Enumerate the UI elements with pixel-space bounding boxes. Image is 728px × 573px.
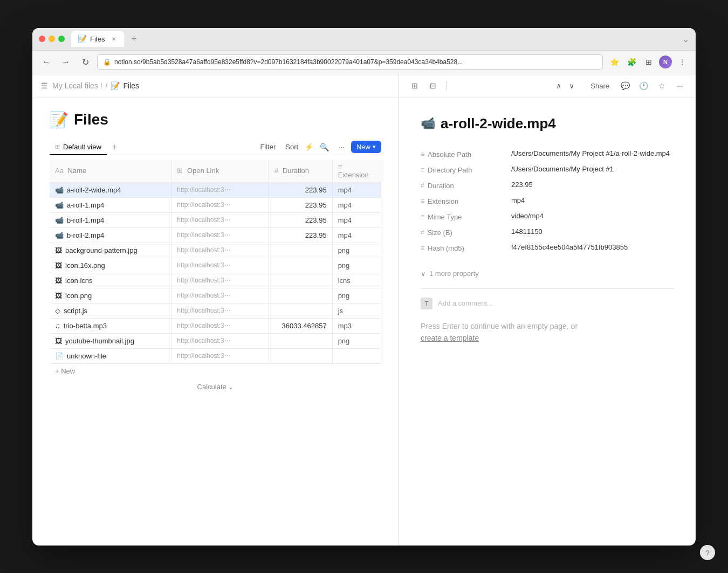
address-bar[interactable]: 🔒 notion.so/9b5ab5d3528a47a6affd95e832e5… xyxy=(97,54,603,70)
comment-placeholder[interactable]: Add a comment... xyxy=(438,299,493,307)
add-row-button[interactable]: + New xyxy=(50,364,381,378)
table-row[interactable]: 📹a-roll-1.mp4http://localhost:3⋯223.95mp… xyxy=(50,197,381,212)
cell-name[interactable]: 🖼background-pattern.jpg xyxy=(50,243,171,258)
more-properties-toggle[interactable]: ∨ 1 more property xyxy=(421,267,674,280)
cell-link[interactable]: http://localhost:3⋯ xyxy=(171,273,269,288)
tab-bar: 📝 Files ✕ + xyxy=(71,31,682,47)
table-row[interactable]: 🖼icon.16x.pnghttp://localhost:3⋯png xyxy=(50,258,381,273)
search-icon[interactable]: 🔍 xyxy=(317,141,332,153)
profile-avatar[interactable]: N xyxy=(659,56,672,68)
property-value-abs-path[interactable]: /Users/Documents/My Project #1/a-roll-2-… xyxy=(511,149,674,157)
maximize-button[interactable] xyxy=(58,36,65,42)
expand-panels-icon[interactable]: ⊞ xyxy=(408,79,422,93)
property-value-mime-type[interactable]: video/mp4 xyxy=(511,212,674,220)
cell-link[interactable]: http://localhost:3⋯ xyxy=(171,197,269,212)
view-tabs: ⊞ Default view + xyxy=(50,140,120,155)
table-header-row: Aa Name ⊞ Open Link # Duration xyxy=(50,160,381,183)
property-value-duration[interactable]: 223.95 xyxy=(511,181,674,189)
table-row[interactable]: 📄unknown-filehttp://localhost:3⋯ xyxy=(50,348,381,363)
cell-link[interactable]: http://localhost:3⋯ xyxy=(171,333,269,348)
menu-icon[interactable]: ⋮ xyxy=(675,55,689,69)
share-button[interactable]: Share xyxy=(586,80,614,92)
comment-input[interactable]: T Add a comment... xyxy=(421,298,674,309)
cell-name[interactable]: 🖼icon.icns xyxy=(50,273,171,288)
extensions-icon[interactable]: 🧩 xyxy=(624,55,638,69)
forward-button[interactable]: → xyxy=(58,54,73,70)
more-options-icon[interactable]: ··· xyxy=(673,79,687,93)
add-view-button[interactable]: + xyxy=(109,140,120,154)
property-row-hash: ≡Hash (md5)f47ef8155c4ee504a5f47751fb903… xyxy=(421,241,674,254)
property-row-size: #Size (B)14811150 xyxy=(421,225,674,239)
table-row[interactable]: 📹a-roll-2-wide.mp4http://localhost:3⋯223… xyxy=(50,182,381,197)
help-button[interactable]: ? xyxy=(700,545,715,560)
new-tab-button[interactable]: + xyxy=(126,31,141,46)
cell-link[interactable]: http://localhost:3⋯ xyxy=(171,182,269,197)
nav-down-button[interactable]: ∨ xyxy=(566,80,578,92)
cell-name[interactable]: ♫trio-betta.mp3 xyxy=(50,318,171,333)
new-button[interactable]: New ▾ xyxy=(351,141,381,153)
column-header-extension[interactable]: ≡ Extension xyxy=(332,160,381,183)
page-title-row: 📝 Files xyxy=(50,111,381,129)
filter-button[interactable]: Filter xyxy=(257,141,279,153)
table-row[interactable]: ◇script.jshttp://localhost:3⋯js xyxy=(50,303,381,318)
create-template-link[interactable]: create a template xyxy=(421,334,479,342)
breadcrumb-parent[interactable]: My Local files ! xyxy=(52,81,102,90)
cell-name[interactable]: 📹b-roll-1.mp4 xyxy=(50,212,171,227)
tab-close-button[interactable]: ✕ xyxy=(110,35,118,43)
table-row[interactable]: 🖼icon.icnshttp://localhost:3⋯icns xyxy=(50,273,381,288)
table-row[interactable]: 📹b-roll-1.mp4http://localhost:3⋯223.95mp… xyxy=(50,212,381,227)
cell-name[interactable]: 🖼icon.png xyxy=(50,288,171,303)
table-row[interactable]: 📹b-roll-2.mp4http://localhost:3⋯223.95mp… xyxy=(50,227,381,243)
bookmark-icon[interactable]: ⭐ xyxy=(607,55,621,69)
cell-name[interactable]: 🖼icon.16x.png xyxy=(50,258,171,273)
cell-link[interactable]: http://localhost:3⋯ xyxy=(171,288,269,303)
detail-file-icon: 📹 xyxy=(421,116,435,130)
cell-name[interactable]: 📹a-roll-1.mp4 xyxy=(50,197,171,212)
property-value-hash[interactable]: f47ef8155c4ee504a5f47751fb903855 xyxy=(511,243,674,251)
back-button[interactable]: ← xyxy=(39,54,54,70)
more-properties-chevron: ∨ xyxy=(421,270,426,278)
history-icon[interactable]: 🕐 xyxy=(636,79,650,93)
property-value-dir-path[interactable]: /Users/Documents/My Project #1 xyxy=(511,165,674,173)
cell-link[interactable]: http://localhost:3⋯ xyxy=(171,258,269,273)
close-button[interactable] xyxy=(39,36,45,42)
sidebar-toggle-icon[interactable]: ⊡ xyxy=(426,79,440,93)
more-properties-label: 1 more property xyxy=(429,270,479,278)
column-header-name[interactable]: Aa Name xyxy=(50,160,171,183)
cell-link[interactable]: http://localhost:3⋯ xyxy=(171,227,269,243)
hamburger-icon[interactable]: ☰ xyxy=(41,81,48,90)
calculate-button[interactable]: Calculate ⌄ xyxy=(50,378,381,395)
expand-icon[interactable]: ⌄ xyxy=(682,34,689,44)
properties-section: ≡Absolute Path/Users/Documents/My Projec… xyxy=(421,147,674,254)
cell-name[interactable]: 📹b-roll-2.mp4 xyxy=(50,227,171,243)
minimize-button[interactable] xyxy=(49,36,55,42)
bolt-icon[interactable]: ⚡ xyxy=(305,143,313,151)
refresh-button[interactable]: ↻ xyxy=(78,54,93,70)
cell-duration xyxy=(269,273,333,288)
table-row[interactable]: 🖼youtube-thumbnail.jpghttp://localhost:3… xyxy=(50,333,381,348)
more-options-button[interactable]: ··· xyxy=(335,141,348,153)
column-header-duration[interactable]: # Duration xyxy=(269,160,333,183)
table-row[interactable]: 🖼background-pattern.jpghttp://localhost:… xyxy=(50,243,381,258)
cell-name[interactable]: 📄unknown-file xyxy=(50,348,171,363)
cell-link[interactable]: http://localhost:3⋯ xyxy=(171,348,269,363)
cell-name[interactable]: 📹a-roll-2-wide.mp4 xyxy=(50,182,171,197)
cell-name[interactable]: 🖼youtube-thumbnail.jpg xyxy=(50,333,171,348)
active-tab[interactable]: 📝 Files ✕ xyxy=(71,31,124,47)
table-row[interactable]: ♫trio-betta.mp3http://localhost:3⋯36033.… xyxy=(50,318,381,333)
property-value-extension[interactable]: mp4 xyxy=(511,196,674,204)
split-view-icon[interactable]: ⊞ xyxy=(642,55,656,69)
column-header-link[interactable]: ⊞ Open Link xyxy=(171,160,269,183)
cell-link[interactable]: http://localhost:3⋯ xyxy=(171,212,269,227)
nav-up-button[interactable]: ∧ xyxy=(553,80,565,92)
cell-name[interactable]: ◇script.js xyxy=(50,303,171,318)
sort-button[interactable]: Sort xyxy=(282,141,301,153)
cell-link[interactable]: http://localhost:3⋯ xyxy=(171,303,269,318)
cell-link[interactable]: http://localhost:3⋯ xyxy=(171,318,269,333)
default-view-tab[interactable]: ⊞ Default view xyxy=(50,140,107,155)
table-row[interactable]: 🖼icon.pnghttp://localhost:3⋯png xyxy=(50,288,381,303)
star-icon[interactable]: ☆ xyxy=(655,79,669,93)
cell-link[interactable]: http://localhost:3⋯ xyxy=(171,243,269,258)
property-value-size[interactable]: 14811150 xyxy=(511,227,674,236)
comment-icon[interactable]: 💬 xyxy=(618,79,632,93)
